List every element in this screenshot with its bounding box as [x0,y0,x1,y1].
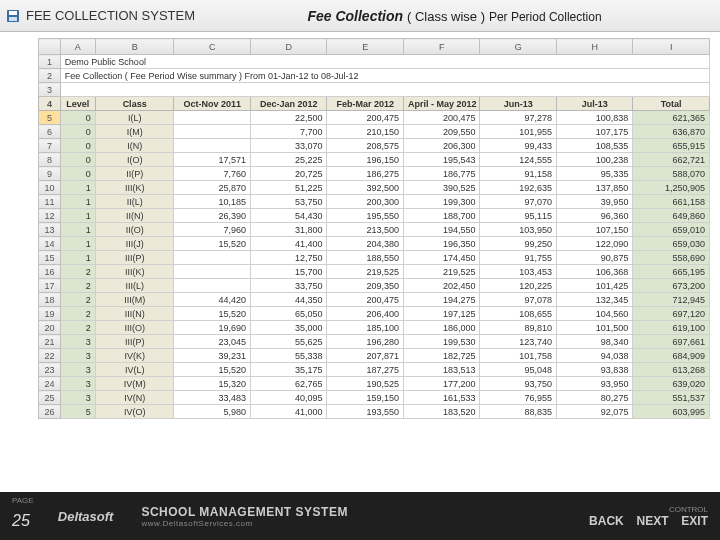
cell[interactable] [174,251,250,265]
cell[interactable]: I(O) [95,153,174,167]
cell[interactable]: 123,740 [480,335,556,349]
row-header[interactable]: 13 [39,223,61,237]
cell[interactable]: 603,995 [633,405,710,419]
cell[interactable]: 93,950 [556,377,632,391]
cell[interactable]: 41,000 [250,405,326,419]
cell[interactable]: 97,278 [480,111,556,125]
cell[interactable]: 53,750 [250,195,326,209]
report-title-cell[interactable]: Fee Collection ( Fee Period Wise summary… [60,69,709,83]
cell[interactable]: 95,335 [556,167,632,181]
cell[interactable]: 195,550 [327,209,403,223]
cell[interactable]: 659,030 [633,237,710,251]
cell[interactable]: 124,555 [480,153,556,167]
cell[interactable] [174,279,250,293]
cell[interactable]: 94,038 [556,349,632,363]
cell[interactable]: Class [95,97,174,111]
cell[interactable]: 1 [60,195,95,209]
cell[interactable]: 90,875 [556,251,632,265]
cell[interactable]: 15,520 [174,307,250,321]
cell[interactable]: 1 [60,223,95,237]
cell[interactable]: 2 [60,279,95,293]
cell[interactable]: 132,345 [556,293,632,307]
back-button[interactable]: BACK [589,514,624,528]
row-header[interactable]: 6 [39,125,61,139]
col-header[interactable]: D [250,39,326,55]
exit-button[interactable]: EXIT [681,514,708,528]
cell[interactable]: 7,960 [174,223,250,237]
cell[interactable]: III(K) [95,265,174,279]
cell[interactable]: 80,275 [556,391,632,405]
cell[interactable]: 15,520 [174,363,250,377]
cell[interactable]: 161,533 [403,391,479,405]
cell[interactable]: 95,115 [480,209,556,223]
cell[interactable]: 186,000 [403,321,479,335]
cell[interactable]: 7,760 [174,167,250,181]
cell[interactable]: 392,500 [327,181,403,195]
cell[interactable]: 200,475 [403,111,479,125]
cell[interactable]: 206,300 [403,139,479,153]
cell[interactable]: 15,700 [250,265,326,279]
row-header[interactable]: 2 [39,69,61,83]
cell[interactable]: 5 [60,405,95,419]
cell[interactable]: 219,525 [327,265,403,279]
corner-cell[interactable] [39,39,61,55]
cell[interactable]: 204,380 [327,237,403,251]
row-header[interactable]: 16 [39,265,61,279]
row-header[interactable]: 19 [39,307,61,321]
cell[interactable]: Jun-13 [480,97,556,111]
cell[interactable]: 51,225 [250,181,326,195]
row-header[interactable]: 4 [39,97,61,111]
col-header[interactable]: F [403,39,479,55]
row-header[interactable]: 1 [39,55,61,69]
row-header[interactable]: 9 [39,167,61,181]
cell[interactable]: 182,725 [403,349,479,363]
cell[interactable] [174,265,250,279]
cell[interactable]: 697,120 [633,307,710,321]
cell[interactable]: 96,360 [556,209,632,223]
cell[interactable]: 93,750 [480,377,556,391]
cell[interactable]: 107,175 [556,125,632,139]
cell[interactable]: 195,543 [403,153,479,167]
cell[interactable]: 98,340 [556,335,632,349]
cell[interactable]: 108,535 [556,139,632,153]
cell[interactable]: I(N) [95,139,174,153]
cell[interactable]: April - May 2012 [403,97,479,111]
cell[interactable]: 7,700 [250,125,326,139]
cell[interactable]: 649,860 [633,209,710,223]
cell[interactable]: 92,075 [556,405,632,419]
cell[interactable]: 193,550 [327,405,403,419]
cell[interactable]: 712,945 [633,293,710,307]
cell[interactable]: 35,175 [250,363,326,377]
row-header[interactable]: 25 [39,391,61,405]
cell[interactable]: 1 [60,209,95,223]
cell[interactable]: 33,750 [250,279,326,293]
cell[interactable]: 137,850 [556,181,632,195]
cell[interactable]: 100,238 [556,153,632,167]
cell[interactable]: 1 [60,181,95,195]
cell[interactable]: 613,268 [633,363,710,377]
cell[interactable]: 55,338 [250,349,326,363]
col-header[interactable]: G [480,39,556,55]
row-header[interactable]: 21 [39,335,61,349]
cell[interactable]: 15,320 [174,377,250,391]
cell[interactable]: 44,420 [174,293,250,307]
cell[interactable]: 213,500 [327,223,403,237]
cell[interactable]: 93,838 [556,363,632,377]
row-header[interactable]: 26 [39,405,61,419]
cell[interactable]: 177,200 [403,377,479,391]
cell[interactable]: 684,909 [633,349,710,363]
row-header[interactable]: 18 [39,293,61,307]
cell[interactable]: 107,150 [556,223,632,237]
cell[interactable]: 183,513 [403,363,479,377]
cell[interactable]: III(P) [95,251,174,265]
cell[interactable]: 0 [60,153,95,167]
cell[interactable]: 97,070 [480,195,556,209]
cell[interactable]: 19,690 [174,321,250,335]
spreadsheet-grid[interactable]: ABCDEFGHI1Demo Public School2Fee Collect… [38,38,710,480]
cell[interactable]: 199,300 [403,195,479,209]
cell[interactable]: 219,525 [403,265,479,279]
col-header[interactable]: I [633,39,710,55]
cell[interactable]: 33,483 [174,391,250,405]
row-header[interactable]: 20 [39,321,61,335]
cell[interactable]: 55,625 [250,335,326,349]
